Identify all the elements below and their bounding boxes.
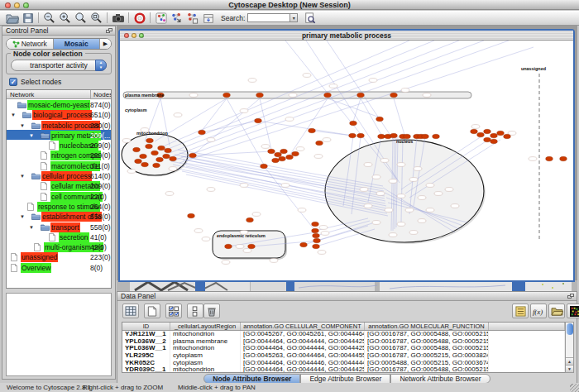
create-column-button[interactable] [144,304,160,318]
expander-icon[interactable]: ▼ [20,171,25,181]
gene-node[interactable] [390,93,398,97]
gene-node[interactable] [477,132,485,136]
tree-row-nitrogen-compo[interactable]: nitrogen compo209(0) [7,150,111,160]
search-dropdown-arrow-icon[interactable]: ▾ [290,13,298,22]
attribute-list-button[interactable] [512,304,529,318]
tab-mosaic[interactable]: Mosaic [54,39,101,49]
gene-node[interactable] [223,93,231,97]
save-session-button[interactable] [20,12,36,25]
table-row-YJR121W__1[interactable]: YJR121W__1mitochondrion[GO:0045267, GO:0… [122,331,565,338]
gene-node[interactable] [350,121,357,125]
gene-node[interactable] [279,156,286,160]
gene-node[interactable] [268,149,275,153]
expander-icon[interactable]: ▼ [29,222,34,232]
tree-row-overview[interactable]: Overview8(0) [7,262,111,272]
tab-overflow-arrow[interactable]: ▶ [100,39,111,49]
gene-node[interactable] [312,222,319,226]
formula-builder-button[interactable]: f(x) [530,304,547,318]
gene-node[interactable] [151,151,159,155]
gene-node[interactable] [189,153,197,157]
gene-node[interactable] [312,228,319,232]
tree-row-transport[interactable]: ▼transport558(0) [7,222,111,232]
gene-node[interactable] [316,141,323,145]
gene-node[interactable] [275,152,282,156]
tree-row-unassigned[interactable]: unassigned223(0) [7,251,111,261]
close-button[interactable] [5,2,11,8]
tree-row-secretion[interactable]: secretion41(0) [7,232,111,241]
gene-node[interactable] [246,218,254,222]
expander-icon[interactable]: ▼ [20,121,25,131]
open-file-button[interactable] [4,12,20,25]
gene-node[interactable] [357,93,365,97]
tree-row-biological-process[interactable]: ▼biological_process651(0) [7,109,111,119]
gene-node[interactable] [378,134,385,138]
gene-node[interactable] [404,134,411,138]
tree-row-response-to-stimulu[interactable]: response to stimulu264(0) [7,201,111,211]
select-attributes-button[interactable] [165,304,182,318]
column-header-_cellularLayoutRegion[interactable]: _cellularLayoutRegion [170,323,241,330]
gene-node[interactable] [256,93,264,97]
gene-node[interactable] [248,244,256,248]
gene-node[interactable] [376,117,384,121]
gene-node[interactable] [158,146,165,150]
expander-icon[interactable]: ▼ [20,212,25,222]
gene-node[interactable] [280,149,288,153]
table-row-YPL036W__2[interactable]: YPL036W__2plasma membrane[GO:0044464, GO… [122,338,565,346]
gene-node[interactable] [188,213,195,218]
annotation-network-button[interactable] [184,12,200,25]
tree-row-primary-metabo[interactable]: ▼primary metabo209(... [7,130,111,140]
column-header-blank[interactable] [489,323,565,330]
show-table-button[interactable] [122,304,139,318]
gene-node[interactable] [504,134,511,138]
gene-node[interactable] [292,151,299,155]
gene-node[interactable] [433,134,440,138]
gene-node[interactable] [156,157,164,161]
gene-node[interactable] [309,128,316,132]
float-panel-icon[interactable] [567,294,574,299]
zoom-out-button[interactable] [41,12,57,25]
gene-node[interactable] [484,129,491,133]
import-network-button[interactable] [169,12,184,25]
column-header-ID[interactable]: ID [122,323,170,330]
view-maximize-button[interactable] [139,33,144,38]
import-table-button[interactable] [200,12,216,25]
column-header-annotation.GO CELLULAR_COMPONENT[interactable]: annotation.GO CELLULAR_COMPONENT [241,323,365,330]
zoom-in-button[interactable] [57,12,73,25]
tree-row-cellular-process[interactable]: ▼cellular process614(0) [7,170,111,180]
expander-icon[interactable]: ▼ [29,131,34,141]
advanced-search-button[interactable] [302,12,318,25]
gene-node[interactable] [163,154,170,158]
tree-row-mosaic-demo-yeast[interactable]: mosaic-demo-yeast874(0) [7,99,111,109]
gene-node[interactable] [324,93,332,97]
gene-node[interactable] [484,137,491,141]
gene-node[interactable] [261,164,268,168]
table-scrollbar[interactable]: ▲ ▼ [565,322,574,373]
gene-node[interactable] [170,156,177,160]
gene-node[interactable] [225,244,232,248]
gene-node[interactable] [255,118,262,122]
gene-node[interactable] [133,147,141,151]
dropdown-stepper-icon[interactable]: ▲▼ [95,60,107,71]
expander-icon[interactable]: ▼ [11,110,16,120]
tree-row-nucleobase-[interactable]: nucleobase-209(0) [7,140,111,150]
network-view-titlebar[interactable]: primary metabolic process [120,31,573,41]
network-tree-header[interactable]: Network Nodes [7,90,111,99]
table-row-YDR039C__1[interactable]: YDR039C__1mitochondrion[GO:0044464, GO:0… [122,366,565,373]
tree-row-cellular-metabo[interactable]: cellular metabo209(0) [7,180,111,190]
gene-node[interactable] [349,133,356,137]
tree-row-multi-organism-pro[interactable]: multi-organism pro42(0) [7,241,111,251]
scroll-up-arrow[interactable]: ▲ [566,357,573,365]
node-color-dropdown[interactable]: transporter activity ▲▼ [11,60,107,71]
delete-attributes-button[interactable] [203,304,220,318]
view-close-button[interactable] [124,33,129,38]
gene-node[interactable] [490,139,498,143]
network-canvas[interactable]: plasma membranecytoplasmmitochondrionnuc… [120,41,573,280]
tree-row-macromolecule[interactable]: macromolecule311(0) [7,160,111,170]
gene-node[interactable] [286,155,294,159]
tree-row-metabolic-process[interactable]: ▼metabolic process280(0) [7,120,111,130]
gene-node[interactable] [546,156,553,160]
gene-node[interactable] [146,138,154,142]
column-header-annotation.GO MOLECULAR_FUNCTION[interactable]: annotation.GO MOLECULAR_FUNCTION [365,323,489,330]
select-nodes-checkbox[interactable]: ✓ [9,78,17,86]
search-input[interactable]: ▾ [247,13,290,22]
